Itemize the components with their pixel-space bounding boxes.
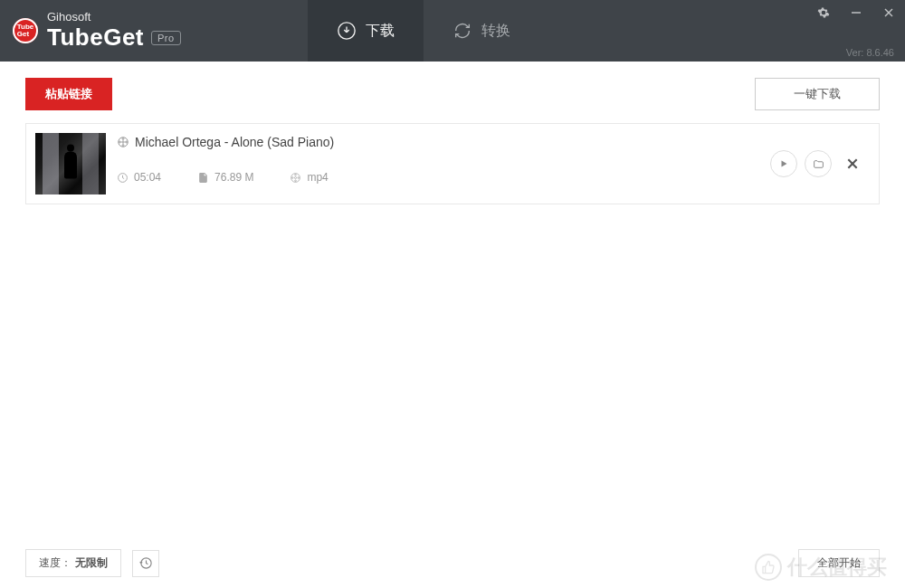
item-duration: 05:04 [134,171,161,184]
history-button[interactable] [132,550,159,577]
video-thumbnail [35,133,106,194]
file-icon [197,172,209,184]
svg-point-16 [298,176,300,178]
play-button[interactable] [770,150,797,177]
svg-point-5 [122,141,124,143]
pro-badge: Pro [151,31,181,45]
footer-bar: 速度： 无限制 全部开始 [25,549,880,577]
svg-point-9 [126,141,128,143]
svg-point-7 [122,145,124,147]
list-item: Michael Ortega - Alone (Sad Piano) 05:04… [25,123,880,204]
settings-button[interactable] [807,0,840,25]
svg-point-12 [295,176,297,178]
start-all-button[interactable]: 全部开始 [798,549,880,577]
minimize-button[interactable] [840,0,872,25]
download-list: Michael Ortega - Alone (Sad Piano) 05:04… [25,123,880,526]
company-name: Gihosoft [47,10,181,24]
main-tabs: 下载 转换 [308,0,539,62]
speed-label: 速度： [39,555,71,571]
tab-convert[interactable]: 转换 [424,0,539,62]
format-icon [290,172,301,184]
svg-point-4 [119,138,129,147]
one-click-download-button[interactable]: 一键下载 [755,78,880,110]
item-actions [770,150,866,177]
remove-item-button[interactable] [839,150,866,177]
app-logo-icon: TubeGet [13,18,38,43]
speed-value: 无限制 [75,555,108,571]
product-name: TubeGet Pro [47,24,181,52]
svg-point-11 [291,173,300,182]
app-header: TubeGet Gihosoft TubeGet Pro 下载 转换 [0,0,905,62]
window-controls [807,0,905,25]
film-icon [117,136,129,148]
item-title: Michael Ortega - Alone (Sad Piano) [135,135,334,149]
tab-download[interactable]: 下载 [308,0,424,62]
svg-point-14 [295,179,297,181]
toolbar: 粘贴链接 一键下载 [0,62,905,123]
download-icon [337,21,357,41]
speed-limit-box[interactable]: 速度： 无限制 [25,549,121,577]
close-button[interactable] [872,0,905,25]
clock-icon [117,172,129,184]
item-format: mp4 [307,171,328,184]
logo-area: TubeGet Gihosoft TubeGet Pro [0,10,308,52]
version-label: Ver: 8.6.46 [846,47,894,58]
svg-point-13 [295,174,297,175]
paste-link-button[interactable]: 粘贴链接 [25,78,112,110]
svg-point-15 [292,176,294,178]
item-size: 76.89 M [214,171,253,184]
svg-point-8 [119,141,121,143]
svg-point-6 [122,138,124,140]
convert-icon [452,21,472,41]
open-folder-button[interactable] [805,150,832,177]
